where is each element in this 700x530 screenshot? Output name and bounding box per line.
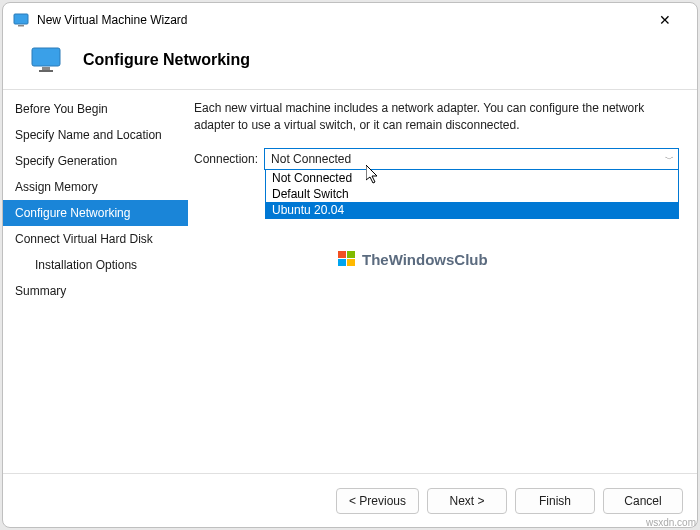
watermark: TheWindowsClub <box>338 250 488 268</box>
connection-combobox[interactable]: Not Connected ﹀ <box>264 148 679 170</box>
chevron-down-icon: ﹀ <box>665 152 674 165</box>
monitor-icon <box>31 47 65 73</box>
titlebar: New Virtual Machine Wizard ✕ <box>3 3 697 37</box>
wizard-main: Each new virtual machine includes a netw… <box>188 90 697 473</box>
wizard-header: Configure Networking <box>3 37 697 89</box>
wizard-footer: < Previous Next > Finish Cancel <box>3 473 697 527</box>
svg-rect-2 <box>32 48 60 66</box>
svg-rect-4 <box>39 70 53 72</box>
finish-button[interactable]: Finish <box>515 488 595 514</box>
next-button[interactable]: Next > <box>427 488 507 514</box>
sidebar-item-installation-options[interactable]: Installation Options <box>3 252 188 278</box>
dropdown-option-ubuntu[interactable]: Ubuntu 20.04 <box>266 202 678 218</box>
sidebar-item-specify-generation[interactable]: Specify Generation <box>3 148 188 174</box>
sidebar-item-summary[interactable]: Summary <box>3 278 188 304</box>
source-label: wsxdn.com <box>646 517 696 528</box>
close-icon: ✕ <box>659 12 671 28</box>
svg-rect-3 <box>42 67 50 70</box>
svg-rect-6 <box>347 251 355 258</box>
connection-dropdown: Not Connected Default Switch Ubuntu 20.0… <box>265 170 679 219</box>
close-button[interactable]: ✕ <box>643 5 687 35</box>
wizard-sidebar: Before You Begin Specify Name and Locati… <box>3 90 188 473</box>
wizard-window: New Virtual Machine Wizard ✕ Configure N… <box>2 2 698 528</box>
app-icon <box>13 12 29 28</box>
connection-label: Connection: <box>194 152 258 166</box>
svg-rect-8 <box>347 259 355 266</box>
sidebar-item-connect-vhd[interactable]: Connect Virtual Hard Disk <box>3 226 188 252</box>
dropdown-option-default-switch[interactable]: Default Switch <box>266 186 678 202</box>
svg-rect-1 <box>18 25 24 27</box>
sidebar-item-configure-networking[interactable]: Configure Networking <box>3 200 188 226</box>
dropdown-option-not-connected[interactable]: Not Connected <box>266 170 678 186</box>
page-title: Configure Networking <box>83 51 250 69</box>
sidebar-item-before-you-begin[interactable]: Before You Begin <box>3 96 188 122</box>
watermark-text: TheWindowsClub <box>362 251 488 268</box>
windows-icon <box>338 250 356 268</box>
cancel-button[interactable]: Cancel <box>603 488 683 514</box>
svg-rect-5 <box>338 251 346 258</box>
sidebar-item-assign-memory[interactable]: Assign Memory <box>3 174 188 200</box>
svg-rect-7 <box>338 259 346 266</box>
previous-button[interactable]: < Previous <box>336 488 419 514</box>
sidebar-item-specify-name[interactable]: Specify Name and Location <box>3 122 188 148</box>
description-text: Each new virtual machine includes a netw… <box>194 100 679 134</box>
connection-value: Not Connected <box>271 152 351 166</box>
window-title: New Virtual Machine Wizard <box>37 13 188 27</box>
svg-rect-0 <box>14 14 28 24</box>
